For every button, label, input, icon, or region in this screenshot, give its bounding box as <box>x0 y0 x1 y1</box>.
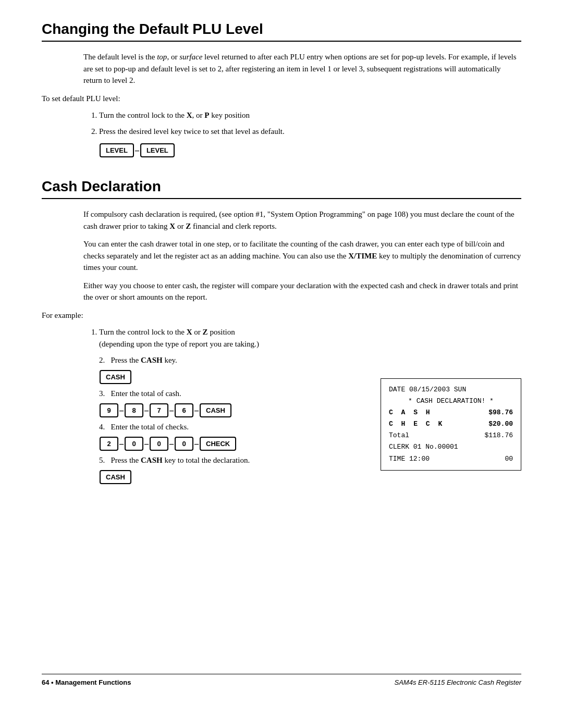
key-dash-8: – <box>169 439 174 449</box>
receipt-total-value: $118.76 <box>484 430 513 441</box>
step-2-label: 2. Press the CASH key. <box>99 356 329 365</box>
level-key-1[interactable]: LEVEL <box>100 143 134 157</box>
key-dash-1: – <box>135 146 139 155</box>
receipt-total-label: Total <box>389 430 409 441</box>
footer: 64 • Management Functions SAM4s ER-5115 … <box>42 674 521 686</box>
check-key[interactable]: CHECK <box>200 437 236 451</box>
step-1-2: Press the desired level key twice to set… <box>99 126 521 138</box>
section-2-title: Cash Declaration <box>42 178 521 199</box>
key-0a[interactable]: 0 <box>125 437 143 451</box>
level-key-row: LEVEL – LEVEL <box>99 143 521 157</box>
key-7[interactable]: 7 <box>150 403 168 417</box>
section-2-body1: If compulsory cash declaration is requir… <box>83 208 521 232</box>
cash-key-1[interactable]: CASH <box>100 370 131 384</box>
receipt-cash-value: $98.76 <box>488 407 513 418</box>
key-2[interactable]: 2 <box>100 437 118 451</box>
section-1-steps: Turn the control lock to the X, or P key… <box>99 109 521 137</box>
cash-key-row-1: CASH <box>99 370 329 384</box>
receipt-line-7: TIME 12:00 00 <box>389 453 513 465</box>
key-dash-3: – <box>144 406 149 415</box>
receipt-time-value: 00 <box>505 453 513 465</box>
key-dash-2: – <box>119 406 124 415</box>
receipt-check-label: C H E C K <box>389 418 444 430</box>
step-5-label: 5. Press the CASH key to total the decla… <box>99 456 329 465</box>
receipt-box: DATE 08/15/2003 SUN * CASH DECLARATION! … <box>381 378 521 471</box>
receipt-line-4: C H E C K $20.00 <box>389 418 513 430</box>
receipt-line-3: C A S H $98.76 <box>389 407 513 418</box>
step-2-1: Turn the control lock to the X or Z posi… <box>99 326 329 350</box>
receipt-line-2: * CASH DECLARATION! * <box>389 396 513 407</box>
section-2: Cash Declaration If compulsory cash decl… <box>42 178 521 489</box>
cash-key-2[interactable]: CASH <box>100 470 131 484</box>
section-2-body3: Either way you choose to enter cash, the… <box>83 280 521 303</box>
key-0c[interactable]: 0 <box>175 437 193 451</box>
receipt-check-value: $20.00 <box>488 418 513 430</box>
step-3-label: 3. Enter the total of cash. <box>99 389 329 398</box>
key-dash-6: – <box>119 439 124 449</box>
receipt-line-1: DATE 08/15/2003 SUN <box>389 384 513 396</box>
key-6[interactable]: 6 <box>175 403 193 417</box>
section-1-title: Changing the Default PLU Level <box>42 21 521 42</box>
cash-key-step3[interactable]: CASH <box>200 403 231 417</box>
steps-column: Turn the control lock to the X or Z posi… <box>42 326 329 484</box>
receipt-time-label: TIME 12:00 <box>389 453 430 465</box>
section-1-label: To set default PLU level: <box>42 93 521 105</box>
key-dash-4: – <box>169 406 174 415</box>
steps-receipt-container: DATE 08/15/2003 SUN * CASH DECLARATION! … <box>42 326 521 484</box>
receipt-line-5: Total $118.76 <box>389 430 513 441</box>
key-8[interactable]: 8 <box>125 403 143 417</box>
page: Changing the Default PLU Level The defau… <box>0 0 563 728</box>
cash-key-row-2: CASH <box>99 470 329 484</box>
key-dash-7: – <box>144 439 149 449</box>
for-example-label: For example: <box>42 310 521 322</box>
section-1: Changing the Default PLU Level The defau… <box>42 21 521 163</box>
check-entry-key-row: 2 – 0 – 0 – 0 – CHECK <box>99 437 329 451</box>
section-1-body1: The default level is the top, or surface… <box>83 51 521 87</box>
section-2-body2: You can enter the cash drawer total in o… <box>83 238 521 274</box>
key-9[interactable]: 9 <box>100 403 118 417</box>
receipt-cash-label: C A S H <box>389 407 432 418</box>
step-4-label: 4. Enter the total of checks. <box>99 423 329 431</box>
key-dash-5: – <box>194 406 199 415</box>
key-0b[interactable]: 0 <box>150 437 168 451</box>
section-2-steps: Turn the control lock to the X or Z posi… <box>99 326 329 350</box>
step-1-1: Turn the control lock to the X, or P key… <box>99 109 521 121</box>
receipt-clerk: CLERK 01 No.00001 <box>389 441 458 453</box>
level-key-2[interactable]: LEVEL <box>140 143 175 157</box>
receipt-date: DATE 08/15/2003 SUN <box>389 384 466 396</box>
receipt-line-6: CLERK 01 No.00001 <box>389 441 513 453</box>
key-dash-9: – <box>194 439 199 449</box>
cash-entry-key-row: 9 – 8 – 7 – 6 – CASH <box>99 403 329 417</box>
footer-left: 64 • Management Functions <box>42 678 131 686</box>
spacer <box>42 505 521 674</box>
footer-right: SAM4s ER-5115 Electronic Cash Register <box>395 678 522 686</box>
